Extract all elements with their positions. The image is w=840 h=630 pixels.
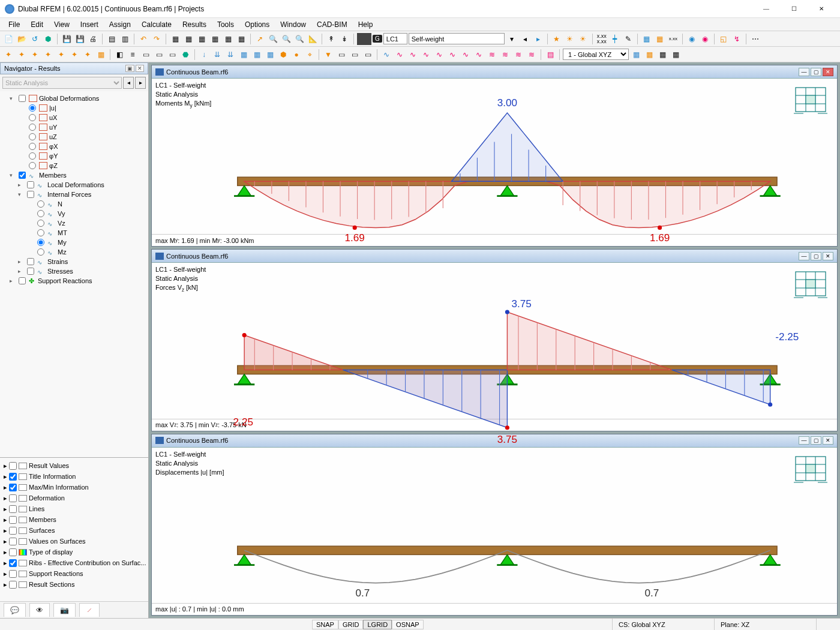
menu-tools[interactable]: Tools — [212, 19, 239, 30]
chk-disp-11[interactable] — [9, 581, 17, 589]
snap-osnap[interactable]: OSNAP — [392, 620, 424, 629]
m5-icon[interactable]: ▭ — [166, 49, 178, 61]
imp-icon[interactable]: ↯ — [731, 33, 743, 45]
menu-help[interactable]: Help — [353, 19, 378, 30]
radio-My[interactable] — [37, 239, 44, 246]
r7-icon[interactable]: ∿ — [460, 49, 472, 61]
view-close-icon[interactable]: ✕ — [823, 68, 833, 76]
lc-next-icon[interactable]: ▸ — [532, 33, 544, 45]
zoom3-icon[interactable]: 🔍 — [293, 33, 305, 45]
chk-disp-8[interactable] — [9, 548, 17, 556]
r11-icon[interactable]: ≋ — [512, 49, 524, 61]
m3-icon[interactable]: ▭ — [140, 49, 152, 61]
lc-prev-icon[interactable]: ◂ — [519, 33, 531, 45]
disp-opt-3[interactable]: Deformation — [29, 493, 65, 503]
tree-strains[interactable]: Strains — [47, 257, 68, 266]
radio-φX[interactable] — [29, 143, 36, 150]
pal-icon[interactable]: ▤ — [544, 49, 556, 61]
tree-item-MT[interactable]: MT — [58, 228, 67, 238]
close-button[interactable]: ✕ — [808, 0, 835, 18]
n8-icon[interactable]: ▦ — [95, 49, 107, 61]
menu-window[interactable]: Window — [275, 19, 311, 30]
view2-icon[interactable]: ▦ — [654, 33, 666, 45]
chk-stresses[interactable] — [27, 268, 34, 275]
tree-item-φZ[interactable]: φZ — [49, 161, 58, 170]
lc-field[interactable] — [383, 33, 407, 44]
disp-opt-6[interactable]: Surfaces — [29, 526, 55, 535]
reload-icon[interactable]: ↺ — [29, 33, 41, 45]
tab-eye-icon[interactable]: 👁 — [29, 603, 50, 617]
tree-item-Vy[interactable]: Vy — [58, 209, 65, 218]
n3-icon[interactable]: ✦ — [29, 49, 41, 61]
maximize-button[interactable]: ☐ — [780, 0, 808, 18]
table-icon[interactable]: ▦ — [169, 33, 181, 45]
chk-disp-4[interactable] — [9, 505, 17, 513]
chk-disp-0[interactable] — [9, 462, 17, 470]
redo-icon[interactable]: ↷ — [151, 33, 163, 45]
end-icon[interactable]: ⋯ — [749, 33, 761, 45]
r1-icon[interactable]: ∿ — [380, 49, 392, 61]
cs-btn2-icon[interactable]: ▦ — [643, 49, 655, 61]
disp-opt-10[interactable]: Support Reactions — [29, 569, 83, 578]
tab-camera-icon[interactable]: 📷 — [53, 603, 76, 617]
n1-icon[interactable]: ✦ — [2, 49, 14, 61]
radio-N[interactable] — [37, 200, 44, 208]
snap-grid[interactable]: GRID — [338, 620, 364, 629]
xyz-icon[interactable]: ☀ — [564, 33, 576, 45]
open-icon[interactable]: 📂 — [16, 33, 28, 45]
filter-icon[interactable]: ★ — [551, 33, 563, 45]
results-tree[interactable]: ▾Global Deformations |u|uXuYuZφXφYφZ ▾∿M… — [0, 91, 148, 457]
chk-support[interactable] — [19, 277, 26, 284]
down-icon[interactable]: ↡ — [338, 33, 350, 45]
tree-item-φX[interactable]: φX — [49, 142, 58, 151]
analysis-prev-icon[interactable]: ◂ — [123, 77, 134, 89]
table4-icon[interactable]: ▦ — [209, 33, 221, 45]
tree-item-|u|[interactable]: |u| — [49, 103, 56, 113]
display-options-tree[interactable]: ▸Result Values▸Title Information▸Max/Min… — [0, 457, 148, 601]
r5-icon[interactable]: ∿ — [433, 49, 445, 61]
yz-icon[interactable]: ☀ — [577, 33, 589, 45]
radio-uY[interactable] — [29, 124, 36, 131]
panel-float-icon[interactable]: ▣ — [125, 65, 134, 72]
block-icon[interactable]: ⬢ — [42, 33, 54, 45]
tree-item-Vz[interactable]: Vz — [58, 218, 65, 228]
ld4-icon[interactable]: ▦ — [238, 49, 250, 61]
radio-uX[interactable] — [29, 114, 36, 121]
radio-Vy[interactable] — [37, 210, 44, 217]
chk-local-def[interactable] — [27, 181, 34, 188]
view-max-icon[interactable]: ▢ — [811, 68, 821, 76]
up-icon[interactable]: ↟ — [325, 33, 337, 45]
n5-icon[interactable]: ✦ — [55, 49, 67, 61]
disp-opt-8[interactable]: Type of display — [29, 547, 73, 557]
table2-icon[interactable]: ▦ — [182, 33, 194, 45]
zoom2-icon[interactable]: 🔍 — [280, 33, 292, 45]
disp-opt-4[interactable]: Lines — [29, 504, 44, 514]
undo-icon[interactable]: ↶ — [137, 33, 149, 45]
chk-disp-3[interactable] — [9, 494, 17, 502]
disp-opt-7[interactable]: Values on Surfaces — [29, 536, 86, 546]
cs-btn3-icon[interactable]: ▦ — [656, 49, 668, 61]
radio-uZ[interactable] — [29, 133, 36, 140]
print-icon[interactable]: 🖨 — [87, 33, 99, 45]
chk-strains[interactable] — [27, 258, 34, 265]
m1-icon[interactable]: ◧ — [113, 49, 125, 61]
chk-disp-7[interactable] — [9, 538, 17, 545]
chk-disp-6[interactable] — [9, 527, 17, 535]
minimize-button[interactable]: — — [752, 0, 780, 18]
r8-icon[interactable]: ∿ — [473, 49, 485, 61]
r3-icon[interactable]: ∿ — [407, 49, 419, 61]
a1-icon[interactable]: ◉ — [686, 33, 698, 45]
tree-item-Mz[interactable]: Mz — [58, 247, 67, 257]
table5-icon[interactable]: ▦ — [222, 33, 234, 45]
chk-disp-10[interactable] — [9, 570, 17, 578]
radio-MT[interactable] — [37, 229, 44, 236]
chk-global-def[interactable] — [19, 95, 26, 102]
new-icon[interactable]: 📄 — [2, 33, 14, 45]
menu-options[interactable]: Options — [240, 19, 274, 30]
tree-item-N[interactable]: N — [58, 199, 62, 209]
disp-opt-0[interactable]: Result Values — [29, 461, 69, 470]
r10-icon[interactable]: ≋ — [499, 49, 511, 61]
disp-opt-5[interactable]: Members — [29, 515, 56, 524]
n7-icon[interactable]: ✦ — [82, 49, 94, 61]
disp-opt-1[interactable]: Title Information — [29, 472, 76, 481]
